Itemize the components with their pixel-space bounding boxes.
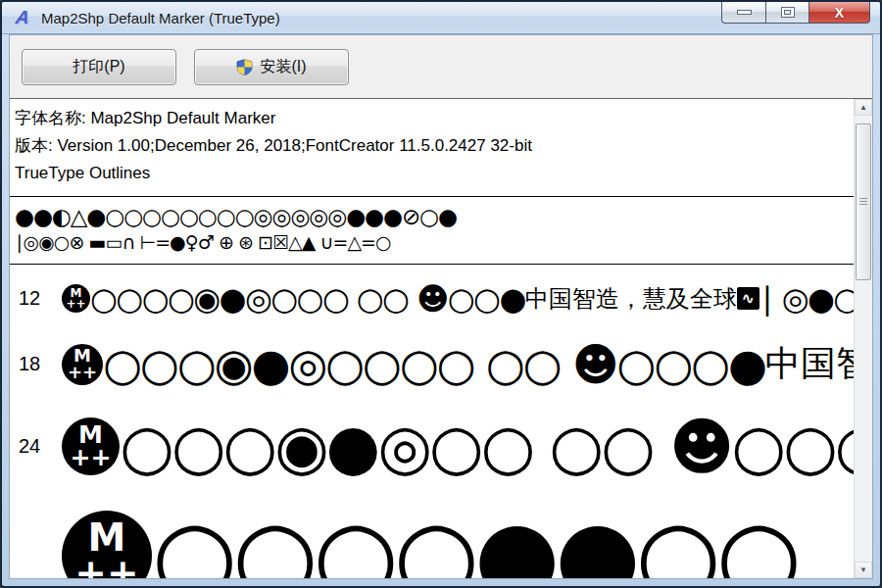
window-title: Map2Shp Default Marker (TrueType) — [41, 10, 280, 26]
font-viewer-icon: A — [10, 7, 34, 28]
close-icon: X — [835, 6, 844, 20]
scroll-down-button[interactable]: ▼ — [855, 562, 872, 578]
size-sample-row: M++○○○○●●○○ — [15, 492, 855, 579]
size-sample-rows: 12M++○○○○◉●◎○○○ ○○ ☻○○●中国智造，慧及全球∿ ∣ ◎●○⊗… — [15, 270, 855, 579]
map2shp-logo-glyph: M++ — [62, 511, 152, 579]
maximize-button[interactable] — [765, 2, 809, 24]
font-outline-line: TrueType Outlines — [15, 160, 855, 187]
scrollbar-thumb[interactable] — [856, 123, 871, 280]
preview-area: 字体名称: Map2Shp Default Marker 版本: Version… — [10, 98, 872, 578]
client-area: 打印(P) 安装(I) 字体名称: Map2Shp Default Marker… — [9, 34, 873, 579]
marker-glyphs: ○○○◉●◎○○○○ ○○ ☻○○○● — [103, 338, 765, 391]
chinese-sample-text: 中国智造 — [765, 340, 855, 388]
logo-square-glyph: ∿ — [737, 287, 760, 310]
vertical-scrollbar[interactable]: ▲ ▼ — [854, 99, 872, 578]
minimize-button[interactable] — [721, 2, 765, 24]
size-sample-row: 12M++○○○○◉●◎○○○ ○○ ☻○○●中国智造，慧及全球∿ ∣ ◎●○⊗ — [15, 270, 855, 327]
titlebar: A Map2Shp Default Marker (TrueType) X — [2, 2, 880, 34]
scrollbar-grip-icon — [859, 198, 867, 206]
marker-glyphs: ○○○○●●○○ — [152, 498, 797, 578]
row-size-label: 12 — [15, 287, 62, 310]
scroll-up-button[interactable]: ▲ — [855, 99, 872, 116]
map2shp-logo-glyph: M++ — [62, 417, 120, 475]
size-sample-row: 24M++○○○◉●◎○○ ○○ ☻○○○ — [15, 402, 855, 492]
toolbar: 打印(P) 安装(I) — [10, 35, 872, 98]
font-version-line: 版本: Version 1.00;December 26, 2018;FontC… — [15, 132, 855, 160]
marker-glyphs: ∣ ◎●○⊗ — [760, 280, 855, 318]
separator — [10, 196, 855, 197]
marker-glyphs: ○○○◉●◎○○ ○○ ☻○○○ — [120, 411, 855, 483]
glyph-sample-row-lowercase: ●●◐△●○○○○○○○○◎◎◎◎◎●●●⊘○● — [15, 203, 855, 231]
install-button[interactable]: 安装(I) — [194, 49, 349, 85]
font-preview: 字体名称: Map2Shp Default Marker 版本: Version… — [10, 99, 855, 578]
print-button[interactable]: 打印(P) — [22, 49, 176, 85]
window-controls: X — [721, 2, 870, 24]
row-size-label: 18 — [15, 353, 62, 375]
close-button[interactable]: X — [809, 2, 870, 24]
uac-shield-icon — [236, 59, 253, 75]
install-button-label: 安装(I) — [260, 57, 306, 77]
glyph-sample-row-symbols: ∣◎◉○⊗ ▬▭∩ ⊢=●♀♂ ⊕ ⊛ ⊡☒△▲ ∪=△=○ — [15, 231, 855, 255]
font-viewer-window: A Map2Shp Default Marker (TrueType) X 打印… — [0, 0, 882, 588]
marker-glyphs: ○○○○◉●◎○○○ ○○ ☻○○● — [90, 280, 525, 318]
row-size-label: 24 — [15, 435, 62, 458]
print-button-label: 打印(P) — [73, 57, 124, 77]
chinese-sample-text: 中国智造，慧及全球 — [525, 283, 737, 315]
scrollbar-track[interactable] — [855, 116, 872, 562]
size-sample-row: 18M++○○○◉●◎○○○○ ○○ ☻○○○●中国智造 — [15, 327, 855, 402]
map2shp-logo-glyph: M++ — [62, 344, 103, 385]
minimize-icon — [737, 10, 752, 15]
separator — [10, 264, 855, 265]
font-name-line: 字体名称: Map2Shp Default Marker — [15, 105, 855, 132]
map2shp-logo-glyph: M++ — [62, 284, 90, 313]
maximize-icon — [781, 7, 795, 18]
